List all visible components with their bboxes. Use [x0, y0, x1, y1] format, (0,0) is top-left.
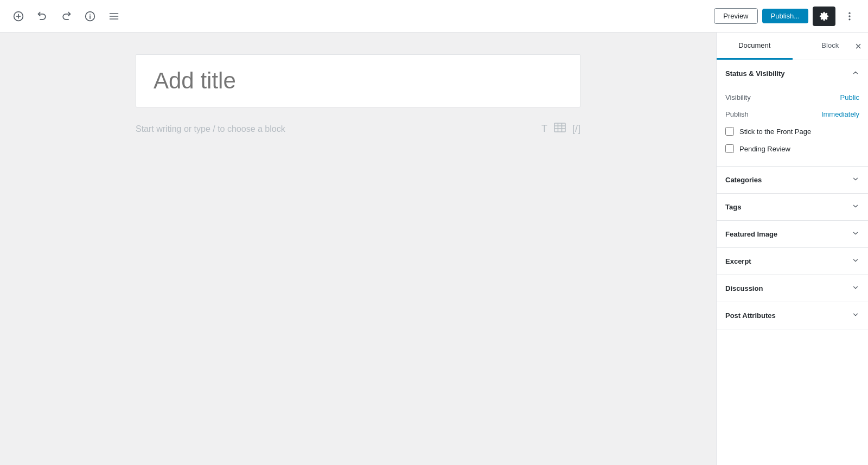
- sidebar-close-button[interactable]: ×: [855, 41, 861, 52]
- discussion-chevron-icon: [852, 284, 859, 293]
- stick-front-page-row: Stick to the Front Page: [725, 123, 859, 140]
- topbar-left: [9, 7, 124, 26]
- editor-content: Start writing or type / to choose a bloc…: [136, 54, 580, 139]
- tags-header[interactable]: Tags: [717, 194, 868, 220]
- discussion-header[interactable]: Discussion: [717, 275, 868, 302]
- discussion-title: Discussion: [725, 284, 763, 292]
- pending-review-row: Pending Review: [725, 140, 859, 157]
- add-button[interactable]: [9, 7, 28, 26]
- pending-review-label[interactable]: Pending Review: [739, 145, 790, 153]
- more-options-button[interactable]: [840, 7, 859, 26]
- categories-header[interactable]: Categories: [717, 167, 868, 193]
- block-icons: T [/]: [541, 123, 580, 135]
- tags-section: Tags: [717, 194, 868, 221]
- status-visibility-section: Status & Visibility Visibility Public Pu…: [717, 60, 868, 167]
- editor-area: Start writing or type / to choose a bloc…: [0, 33, 716, 465]
- svg-point-9: [848, 12, 850, 14]
- svg-point-5: [90, 14, 91, 15]
- status-visibility-header[interactable]: Status & Visibility: [717, 60, 868, 87]
- post-attributes-title: Post Attributes: [725, 311, 776, 320]
- publish-value[interactable]: Immediately: [821, 110, 859, 118]
- discussion-section: Discussion: [717, 275, 868, 302]
- undo-button[interactable]: [33, 7, 52, 26]
- featured-image-title: Featured Image: [725, 230, 777, 238]
- publish-row: Publish Immediately: [725, 106, 859, 123]
- topbar-right: Preview Publish...: [714, 7, 859, 26]
- more-icon: [844, 11, 855, 22]
- sidebar-header: Document Block ×: [717, 33, 868, 60]
- stick-front-page-checkbox[interactable]: [725, 127, 734, 136]
- add-icon: [13, 11, 24, 22]
- info-button[interactable]: [80, 7, 100, 26]
- list-icon: [108, 11, 119, 22]
- topbar: Preview Publish...: [0, 0, 868, 33]
- post-attributes-header[interactable]: Post Attributes: [717, 302, 868, 329]
- content-block[interactable]: Start writing or type / to choose a bloc…: [136, 118, 580, 139]
- main-layout: Start writing or type / to choose a bloc…: [0, 33, 868, 465]
- categories-section: Categories: [717, 167, 868, 194]
- table-block-icon[interactable]: [554, 123, 566, 135]
- publish-label: Publish: [725, 110, 749, 118]
- status-visibility-chevron-icon: [852, 69, 859, 78]
- excerpt-title: Excerpt: [725, 257, 751, 265]
- visibility-row: Visibility Public: [725, 89, 859, 106]
- excerpt-header[interactable]: Excerpt: [717, 248, 868, 275]
- tags-chevron-icon: [852, 202, 859, 212]
- categories-chevron-icon: [852, 175, 859, 184]
- post-attributes-chevron-icon: [852, 311, 859, 320]
- svg-point-11: [848, 18, 850, 20]
- undo-icon: [37, 11, 48, 22]
- pending-review-checkbox[interactable]: [725, 144, 734, 153]
- visibility-label: Visibility: [725, 93, 751, 101]
- publish-button[interactable]: Publish...: [762, 9, 808, 23]
- status-visibility-title: Status & Visibility: [725, 69, 785, 78]
- settings-button[interactable]: [813, 7, 835, 26]
- title-input[interactable]: [154, 68, 563, 94]
- excerpt-chevron-icon: [852, 257, 859, 266]
- featured-image-chevron-icon: [852, 230, 859, 239]
- stick-front-page-label[interactable]: Stick to the Front Page: [739, 128, 811, 136]
- visibility-value[interactable]: Public: [840, 93, 859, 101]
- redo-button[interactable]: [56, 7, 76, 26]
- post-attributes-section: Post Attributes: [717, 302, 868, 329]
- table-icon: [554, 123, 566, 132]
- content-placeholder: Start writing or type / to choose a bloc…: [136, 124, 541, 134]
- info-icon: [85, 11, 95, 22]
- categories-title: Categories: [725, 176, 762, 184]
- block-list-button[interactable]: [104, 7, 124, 26]
- svg-rect-12: [554, 123, 565, 132]
- text-block-icon[interactable]: T: [541, 123, 547, 135]
- excerpt-section: Excerpt: [717, 248, 868, 275]
- featured-image-section: Featured Image: [717, 221, 868, 248]
- shortcode-block-icon[interactable]: [/]: [572, 123, 580, 135]
- preview-button[interactable]: Preview: [714, 8, 757, 24]
- gear-icon: [819, 11, 829, 21]
- title-block[interactable]: [136, 54, 580, 107]
- tab-document[interactable]: Document: [717, 33, 793, 60]
- redo-icon: [61, 11, 72, 22]
- featured-image-header[interactable]: Featured Image: [717, 221, 868, 247]
- tags-title: Tags: [725, 203, 741, 211]
- svg-point-10: [848, 15, 850, 17]
- status-visibility-body: Visibility Public Publish Immediately St…: [717, 87, 868, 166]
- sidebar: Document Block × Status & Visibility Vis…: [716, 33, 868, 465]
